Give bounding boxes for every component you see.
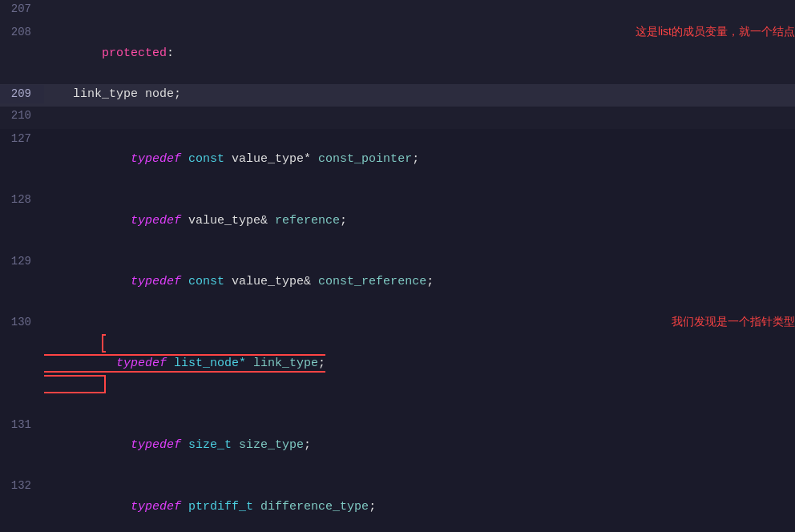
code-container: 207 208 protected: 这是list的成员变量，就一个结点 209…: [0, 0, 795, 532]
keyword-protected: protected: [102, 46, 167, 60]
line-num-129: 129: [0, 252, 44, 272]
line-content-130: typedef list_node* link_type;: [44, 312, 665, 415]
line-content-132: typedef ptrdiff_t difference_type;: [44, 476, 795, 532]
line-num-127: 127: [0, 130, 44, 149]
code-line-210: 210: [0, 107, 795, 129]
code-line-129: 129 typedef const value_type& const_refe…: [0, 252, 795, 313]
line-content-129: typedef const value_type& const_referenc…: [44, 252, 795, 313]
code-line-131: 131 typedef size_t size_type;: [0, 415, 795, 477]
annotation-130: 我们发现是一个指针类型: [672, 312, 795, 332]
line-num-210: 210: [0, 107, 44, 126]
line-num-128: 128: [0, 191, 44, 210]
code-line-207: 207: [0, 0, 795, 22]
annotation-208: 这是list的成员变量，就一个结点: [636, 22, 795, 42]
code-line-127: 127 typedef const value_type* const_poin…: [0, 129, 795, 191]
line-content-208: protected:: [44, 22, 475, 84]
section-top: 207 208 protected: 这是list的成员变量，就一个结点 209…: [0, 0, 795, 129]
boxed-typedef: typedef list_node* link_type;: [44, 334, 325, 393]
code-line-128: 128 typedef value_type& reference;: [0, 190, 795, 252]
code-line-130: 130 typedef list_node* link_type; 我们发现是一…: [0, 312, 795, 415]
code-line-209: 209 link_type node;: [0, 84, 795, 107]
line-num-130: 130: [0, 313, 44, 332]
line-content-127: typedef const value_type* const_pointer;: [44, 129, 795, 191]
section-middle: 127 typedef const value_type* const_poin…: [0, 129, 795, 533]
line-content-131: typedef size_t size_type;: [44, 415, 795, 477]
line-content-128: typedef value_type& reference;: [44, 190, 795, 252]
line-num-208: 208: [0, 23, 44, 42]
line-num-207: 207: [0, 0, 44, 19]
line-num-131: 131: [0, 416, 44, 435]
line-num-132: 132: [0, 477, 44, 496]
line-num-209: 209: [0, 85, 44, 104]
code-line-132: 132 typedef ptrdiff_t difference_type;: [0, 476, 795, 532]
code-line-208: 208 protected: 这是list的成员变量，就一个结点: [0, 22, 795, 84]
line-content-209: link_type node;: [44, 84, 795, 105]
